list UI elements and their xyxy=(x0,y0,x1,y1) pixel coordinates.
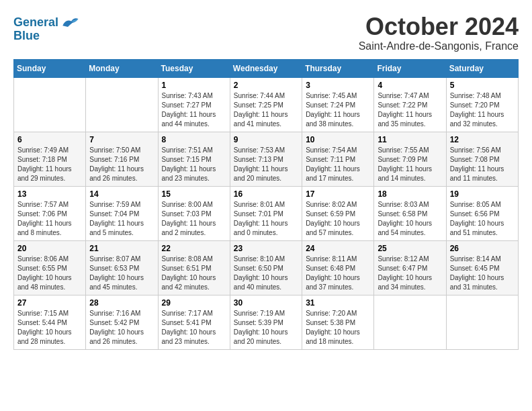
calendar-week-row: 6Sunrise: 7:49 AMSunset: 7:18 PMDaylight… xyxy=(14,132,519,186)
day-number: 10 xyxy=(306,135,370,144)
month-title: October 2024 xyxy=(359,13,519,40)
weekday-header-tuesday: Tuesday xyxy=(158,59,230,77)
calendar-cell: 7Sunrise: 7:50 AMSunset: 7:16 PMDaylight… xyxy=(86,132,158,186)
day-info: Sunrise: 7:56 AMSunset: 7:08 PMDaylight:… xyxy=(450,146,515,183)
calendar-cell: 4Sunrise: 7:47 AMSunset: 7:22 PMDaylight… xyxy=(374,77,446,132)
calendar-cell: 26Sunrise: 8:14 AMSunset: 6:45 PMDayligh… xyxy=(446,240,518,295)
weekday-header-friday: Friday xyxy=(374,59,446,77)
day-number: 27 xyxy=(17,298,82,308)
day-number: 7 xyxy=(89,135,154,144)
day-number: 29 xyxy=(162,298,226,308)
calendar-cell: 31Sunrise: 7:20 AMSunset: 5:38 PMDayligh… xyxy=(302,295,374,349)
day-info: Sunrise: 7:43 AMSunset: 7:27 PMDaylight:… xyxy=(162,91,226,129)
title-section: October 2024 Saint-Andre-de-Sangonis, Fr… xyxy=(359,13,519,52)
calendar-cell xyxy=(446,295,518,349)
calendar-cell: 20Sunrise: 8:06 AMSunset: 6:55 PMDayligh… xyxy=(14,240,86,295)
calendar-cell: 15Sunrise: 8:00 AMSunset: 7:03 PMDayligh… xyxy=(158,186,230,240)
day-number: 15 xyxy=(162,189,226,199)
day-info: Sunrise: 8:01 AMSunset: 7:01 PMDaylight:… xyxy=(234,200,298,238)
day-info: Sunrise: 7:49 AMSunset: 7:18 PMDaylight:… xyxy=(17,146,82,183)
day-info: Sunrise: 8:10 AMSunset: 6:50 PMDaylight:… xyxy=(234,255,298,292)
day-info: Sunrise: 7:54 AMSunset: 7:11 PMDaylight:… xyxy=(306,146,370,183)
calendar-cell: 5Sunrise: 7:48 AMSunset: 7:20 PMDaylight… xyxy=(446,77,518,132)
day-info: Sunrise: 8:02 AMSunset: 6:59 PMDaylight:… xyxy=(306,200,370,238)
day-info: Sunrise: 7:50 AMSunset: 7:16 PMDaylight:… xyxy=(89,146,154,183)
calendar-cell: 12Sunrise: 7:56 AMSunset: 7:08 PMDayligh… xyxy=(446,132,518,186)
day-number: 21 xyxy=(89,244,154,253)
calendar-cell: 2Sunrise: 7:44 AMSunset: 7:25 PMDaylight… xyxy=(230,77,302,132)
calendar-cell: 13Sunrise: 7:57 AMSunset: 7:06 PMDayligh… xyxy=(14,186,86,240)
calendar-cell: 14Sunrise: 7:59 AMSunset: 7:04 PMDayligh… xyxy=(86,186,158,240)
day-number: 6 xyxy=(17,135,82,144)
weekday-header-saturday: Saturday xyxy=(446,59,518,77)
logo: General Blue xyxy=(13,13,80,43)
day-number: 1 xyxy=(162,81,226,90)
day-info: Sunrise: 7:47 AMSunset: 7:22 PMDaylight:… xyxy=(378,91,442,129)
calendar-cell: 18Sunrise: 8:03 AMSunset: 6:58 PMDayligh… xyxy=(374,186,446,240)
weekday-header-row: SundayMondayTuesdayWednesdayThursdayFrid… xyxy=(14,59,519,77)
day-number: 24 xyxy=(306,244,370,253)
calendar-week-row: 27Sunrise: 7:15 AMSunset: 5:44 PMDayligh… xyxy=(14,295,519,349)
day-info: Sunrise: 7:15 AMSunset: 5:44 PMDaylight:… xyxy=(17,309,82,347)
calendar-cell: 27Sunrise: 7:15 AMSunset: 5:44 PMDayligh… xyxy=(14,295,86,349)
day-number: 23 xyxy=(234,244,298,253)
day-number: 25 xyxy=(378,244,442,253)
calendar-cell: 17Sunrise: 8:02 AMSunset: 6:59 PMDayligh… xyxy=(302,186,374,240)
day-number: 19 xyxy=(450,189,515,199)
day-number: 20 xyxy=(17,244,82,253)
day-number: 2 xyxy=(234,81,298,90)
calendar-cell: 23Sunrise: 8:10 AMSunset: 6:50 PMDayligh… xyxy=(230,240,302,295)
calendar-cell: 29Sunrise: 7:17 AMSunset: 5:41 PMDayligh… xyxy=(158,295,230,349)
day-number: 22 xyxy=(162,244,226,253)
day-info: Sunrise: 7:59 AMSunset: 7:04 PMDaylight:… xyxy=(89,200,154,238)
day-number: 16 xyxy=(234,189,298,199)
calendar-week-row: 1Sunrise: 7:43 AMSunset: 7:27 PMDaylight… xyxy=(14,77,519,132)
calendar-cell: 3Sunrise: 7:45 AMSunset: 7:24 PMDaylight… xyxy=(302,77,374,132)
calendar-cell: 8Sunrise: 7:51 AMSunset: 7:15 PMDaylight… xyxy=(158,132,230,186)
calendar-cell: 11Sunrise: 7:55 AMSunset: 7:09 PMDayligh… xyxy=(374,132,446,186)
logo-text: General xyxy=(13,16,58,30)
day-number: 17 xyxy=(306,189,370,199)
calendar-cell: 9Sunrise: 7:53 AMSunset: 7:13 PMDaylight… xyxy=(230,132,302,186)
day-info: Sunrise: 8:06 AMSunset: 6:55 PMDaylight:… xyxy=(17,255,82,292)
weekday-header-wednesday: Wednesday xyxy=(230,59,302,77)
calendar-cell: 6Sunrise: 7:49 AMSunset: 7:18 PMDaylight… xyxy=(14,132,86,186)
calendar-cell: 16Sunrise: 8:01 AMSunset: 7:01 PMDayligh… xyxy=(230,186,302,240)
calendar-cell: 21Sunrise: 8:07 AMSunset: 6:53 PMDayligh… xyxy=(86,240,158,295)
day-info: Sunrise: 8:00 AMSunset: 7:03 PMDaylight:… xyxy=(162,200,226,238)
calendar-cell: 1Sunrise: 7:43 AMSunset: 7:27 PMDaylight… xyxy=(158,77,230,132)
day-info: Sunrise: 7:17 AMSunset: 5:41 PMDaylight:… xyxy=(162,309,226,347)
day-info: Sunrise: 7:44 AMSunset: 7:25 PMDaylight:… xyxy=(234,91,298,129)
day-info: Sunrise: 7:55 AMSunset: 7:09 PMDaylight:… xyxy=(378,146,442,183)
day-info: Sunrise: 8:14 AMSunset: 6:45 PMDaylight:… xyxy=(450,255,515,292)
day-info: Sunrise: 8:05 AMSunset: 6:56 PMDaylight:… xyxy=(450,200,515,238)
calendar-cell xyxy=(14,77,86,132)
day-number: 13 xyxy=(17,189,82,199)
day-number: 3 xyxy=(306,81,370,90)
day-info: Sunrise: 7:57 AMSunset: 7:06 PMDaylight:… xyxy=(17,200,82,238)
day-number: 11 xyxy=(378,135,442,144)
day-info: Sunrise: 8:08 AMSunset: 6:51 PMDaylight:… xyxy=(162,255,226,292)
calendar-table: SundayMondayTuesdayWednesdayThursdayFrid… xyxy=(13,59,519,350)
day-number: 12 xyxy=(450,135,515,144)
day-number: 9 xyxy=(234,135,298,144)
day-number: 4 xyxy=(378,81,442,90)
page-header: General Blue October 2024 Saint-Andre-de… xyxy=(13,13,519,52)
calendar-cell: 19Sunrise: 8:05 AMSunset: 6:56 PMDayligh… xyxy=(446,186,518,240)
logo-bird-icon xyxy=(60,13,80,32)
day-number: 5 xyxy=(450,81,515,90)
calendar-cell: 30Sunrise: 7:19 AMSunset: 5:39 PMDayligh… xyxy=(230,295,302,349)
day-info: Sunrise: 7:19 AMSunset: 5:39 PMDaylight:… xyxy=(234,309,298,347)
calendar-cell xyxy=(86,77,158,132)
day-number: 14 xyxy=(89,189,154,199)
location-title: Saint-Andre-de-Sangonis, France xyxy=(359,40,519,52)
weekday-header-sunday: Sunday xyxy=(14,59,86,77)
calendar-week-row: 13Sunrise: 7:57 AMSunset: 7:06 PMDayligh… xyxy=(14,186,519,240)
calendar-week-row: 20Sunrise: 8:06 AMSunset: 6:55 PMDayligh… xyxy=(14,240,519,295)
day-info: Sunrise: 7:48 AMSunset: 7:20 PMDaylight:… xyxy=(450,91,515,129)
day-info: Sunrise: 8:03 AMSunset: 6:58 PMDaylight:… xyxy=(378,200,442,238)
calendar-cell: 22Sunrise: 8:08 AMSunset: 6:51 PMDayligh… xyxy=(158,240,230,295)
day-number: 28 xyxy=(89,298,154,308)
day-info: Sunrise: 8:12 AMSunset: 6:47 PMDaylight:… xyxy=(378,255,442,292)
day-number: 30 xyxy=(234,298,298,308)
